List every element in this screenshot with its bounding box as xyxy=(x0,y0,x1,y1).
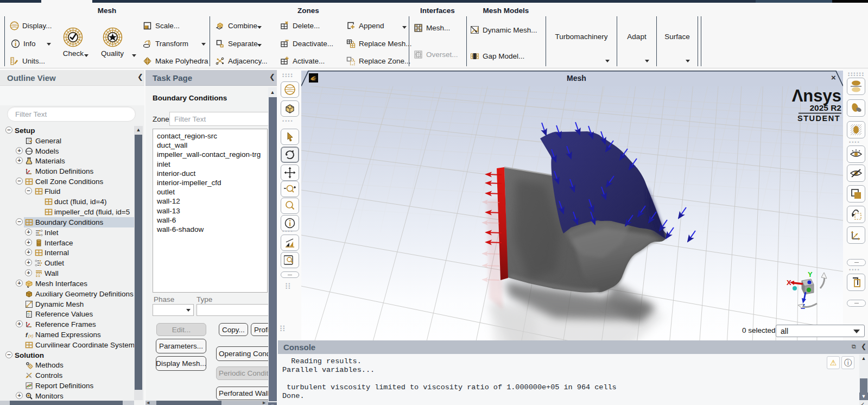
svg-text:STUDENT: STUDENT xyxy=(797,114,840,123)
svg-text:X: X xyxy=(787,279,791,287)
svg-text:Y: Y xyxy=(808,270,813,279)
svg-text:Λnsys: Λnsys xyxy=(792,86,841,105)
svg-text:(x): (x) xyxy=(28,333,33,338)
svg-text:2025 R2: 2025 R2 xyxy=(809,103,841,112)
